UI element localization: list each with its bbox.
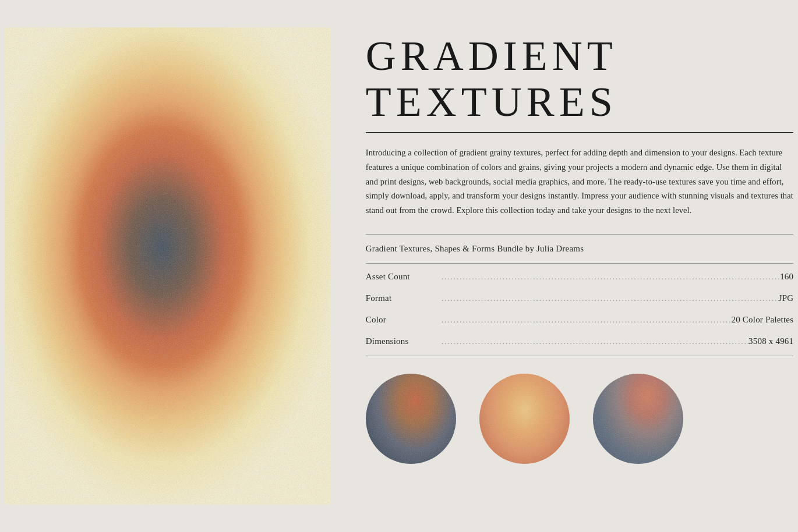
info-panel: GRADIENT TEXTURES Introducing a collecti… — [366, 27, 793, 505]
spec-dots-0: ........................................… — [442, 272, 780, 282]
page-title: GRADIENT TEXTURES — [366, 33, 793, 125]
description-text: Introducing a collection of gradient gra… — [366, 146, 793, 217]
spec-label-0: Asset Count — [366, 272, 442, 282]
color-circles-container — [366, 374, 793, 464]
bundle-name: Gradient Textures, Shapes & Forms Bundle… — [366, 244, 793, 254]
page-container: GRADIENT TEXTURES Introducing a collecti… — [0, 0, 798, 532]
spec-value-2: 20 Color Palettes — [732, 315, 794, 325]
spec-value-3: 3508 x 4961 — [748, 336, 793, 346]
gradient-circle-1 — [366, 374, 456, 464]
specs-divider-top — [366, 263, 793, 264]
spec-dots-3: ........................................… — [442, 337, 748, 346]
gradient-background — [5, 27, 331, 505]
spec-label-2: Color — [366, 315, 442, 325]
gradient-circle-3 — [593, 374, 683, 464]
spec-row-0: Asset Count.............................… — [366, 266, 793, 288]
section-divider-top — [366, 234, 793, 235]
spec-row-3: Dimensions..............................… — [366, 331, 793, 352]
grain-overlay — [5, 27, 331, 505]
specs-divider-bottom — [366, 356, 793, 356]
spec-value-0: 160 — [780, 272, 793, 282]
spec-dots-2: ........................................… — [442, 315, 732, 325]
spec-dots-1: ........................................… — [442, 294, 779, 303]
spec-label-1: Format — [366, 293, 442, 303]
spec-value-1: JPG — [779, 293, 794, 303]
specs-container: Asset Count.............................… — [366, 266, 793, 352]
title-divider — [366, 132, 793, 133]
circle-grain-1 — [366, 374, 456, 464]
circle-grain-2 — [479, 374, 570, 464]
main-texture-preview — [5, 27, 331, 505]
spec-label-3: Dimensions — [366, 336, 442, 346]
spec-row-2: Color...................................… — [366, 309, 793, 331]
gradient-circle-2 — [479, 374, 570, 464]
circle-grain-3 — [593, 374, 683, 464]
spec-row-1: Format..................................… — [366, 288, 793, 309]
